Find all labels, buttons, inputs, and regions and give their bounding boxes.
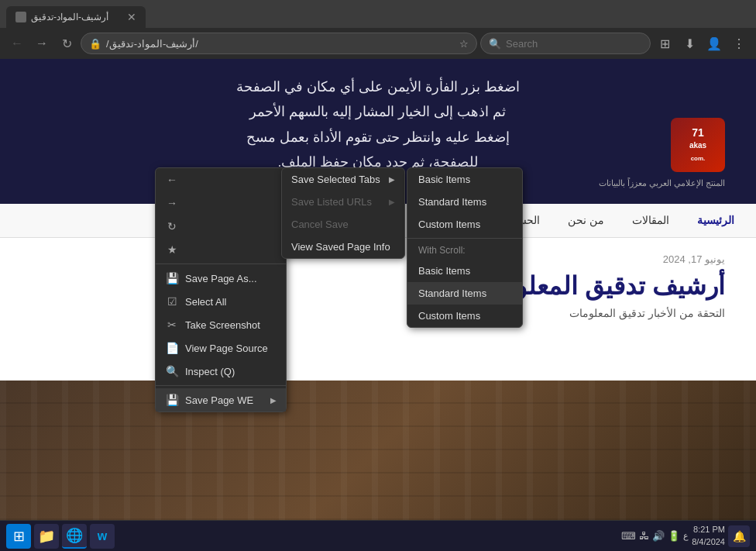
search-input[interactable] xyxy=(506,38,642,50)
tray-icons: ⌨ 🖧 🔊 🔋 ع xyxy=(621,530,689,542)
address-bar[interactable]: 🔒 /أرشيف-المواد-تدقيق/ ☆ xyxy=(81,33,477,54)
sm2-basic-items-scroll[interactable]: Basic Items xyxy=(407,260,522,282)
submenu1: Save Selected Tabs ▶ Save Listed URLs ▶ … xyxy=(281,167,405,259)
reload-icon: ↻ xyxy=(165,220,179,232)
browser-chrome: أرشيف-المواد-تدقيق ✕ ← → ↻ 🔒 /أرشيف-المو… xyxy=(0,0,756,59)
nav-about[interactable]: من نحن xyxy=(562,214,610,226)
start-icon: ⊞ xyxy=(13,528,25,545)
header-line1: اضغط بزر الفأرة الأيمن على أي مكان في ال… xyxy=(31,74,725,99)
sm2-standard-items-scroll[interactable]: Standard Items xyxy=(407,282,522,305)
article-area: يونيو 17, 2024 أرشيف تدقيق المعلومات الت… xyxy=(0,238,756,393)
inspect-icon: 🔍 xyxy=(165,365,179,377)
active-tab[interactable]: أرشيف-المواد-تدقيق ✕ xyxy=(6,6,146,28)
custom-items-label: Custom Items xyxy=(418,219,480,230)
notification-button[interactable]: 🔔 xyxy=(728,525,750,547)
bookmark-icon: ★ xyxy=(165,243,179,256)
cm-separator-1 xyxy=(156,263,286,264)
forward-button[interactable]: → xyxy=(31,33,53,54)
clock-time: 8:21 PM xyxy=(692,524,725,536)
save-listed-urls-label: Save Listed URLs xyxy=(291,196,372,208)
tab-favicon xyxy=(15,12,26,22)
cm-take-screenshot[interactable]: ✂ Take Screenshot xyxy=(156,313,286,336)
sm1-view-saved-page-info[interactable]: View Saved Page Info xyxy=(282,236,404,258)
clock-date: 8/4/2024 xyxy=(692,536,725,548)
sm2-basic-items[interactable]: Basic Items xyxy=(407,168,522,191)
view-saved-page-info-label: View Saved Page Info xyxy=(291,241,390,253)
cm-separator-2 xyxy=(156,385,286,386)
forward-icon: → xyxy=(165,197,179,209)
cm-nav-forward[interactable]: → xyxy=(156,191,286,215)
article-subtitle: التحقة من الأخبار تدقيق المعلومات xyxy=(31,307,725,319)
tray-arabic-icon: ع xyxy=(683,531,689,541)
browser-icon: 🌐 xyxy=(66,527,83,544)
address-text: /أرشيف-المواد-تدقيق/ xyxy=(106,38,455,50)
logo-badge: 71akas.com xyxy=(671,118,725,172)
nav-home[interactable]: الرئيسية xyxy=(691,214,741,226)
back-button[interactable]: ← xyxy=(6,33,28,54)
taskbar-clock: 8:21 PM 8/4/2024 xyxy=(692,524,725,548)
view-page-source-label: View Page Source xyxy=(185,343,268,354)
extensions-button[interactable]: ⊞ xyxy=(654,33,675,54)
nav-articles[interactable]: المقالات xyxy=(626,214,675,226)
cm-save-page-as[interactable]: 💾 Save Page As... xyxy=(156,267,286,290)
cm-nav-back[interactable]: ← xyxy=(156,168,286,191)
file-manager-icon: 📁 xyxy=(38,528,55,545)
cancel-save-label: Cancel Save xyxy=(291,219,349,230)
context-menu: ← → ↻ ★ 💾 Save Page As... ☑ Select All ✂… xyxy=(155,167,287,412)
tray-battery-icon: 🔋 xyxy=(668,530,680,542)
sm1-arrow-icon: ▶ xyxy=(389,175,395,184)
sm2-custom-items[interactable]: Custom Items xyxy=(407,213,522,236)
taskbar-app3[interactable]: w xyxy=(90,524,115,549)
custom-items-scroll-label: Custom Items xyxy=(418,310,480,322)
tab-title: أرشيف-المواد-تدقيق xyxy=(31,12,108,22)
cm-view-page-source[interactable]: 📄 View Page Source xyxy=(156,336,286,360)
tray-keyboard-icon: ⌨ xyxy=(621,530,636,542)
refresh-button[interactable]: ↻ xyxy=(56,33,77,54)
cm-bookmark[interactable]: ★ xyxy=(156,238,286,261)
basic-items-scroll-label: Basic Items xyxy=(418,265,470,277)
sm1-save-selected-tabs[interactable]: Save Selected Tabs ▶ xyxy=(282,168,404,191)
basic-items-label: Basic Items xyxy=(418,174,470,185)
sm2-standard-items[interactable]: Standard Items xyxy=(407,191,522,213)
start-button[interactable]: ⊞ xyxy=(6,524,31,549)
sm1-arrow2-icon: ▶ xyxy=(389,198,395,206)
taskbar-browser[interactable]: 🌐 xyxy=(62,524,87,549)
submenu2: Basic Items Standard Items Custom Items … xyxy=(407,167,523,328)
download-button[interactable]: ⬇ xyxy=(679,33,700,54)
save-page-as-icon: 💾 xyxy=(165,272,179,284)
notification-icon: 🔔 xyxy=(733,530,746,542)
profile-button[interactable]: 👤 xyxy=(703,33,725,54)
cm-nav-reload[interactable]: ↻ xyxy=(156,215,286,238)
sm2-with-scroll-label: With Scroll: xyxy=(407,241,522,260)
sm2-separator-1 xyxy=(407,238,522,239)
cm-save-page-we[interactable]: 💾 Save Page WE ▶ xyxy=(156,388,286,412)
toolbar-icons: ⊞ ⬇ 👤 ⋮ xyxy=(654,33,750,54)
standard-items-label: Standard Items xyxy=(418,196,486,208)
sm1-cancel-save[interactable]: Cancel Save xyxy=(282,213,404,236)
select-all-icon: ☑ xyxy=(165,295,179,308)
select-all-label: Select All xyxy=(185,296,226,308)
header-line3: إضغط عليه وانتظر حتى تقوم الأداة بعمل مس… xyxy=(31,125,725,150)
toolbar: ← → ↻ 🔒 /أرشيف-المواد-تدقيق/ ☆ 🔍 ⊞ ⬇ 👤 ⋮ xyxy=(0,28,756,59)
search-bar-wrapper[interactable]: 🔍 xyxy=(480,33,651,54)
sm1-save-listed-urls[interactable]: Save Listed URLs ▶ xyxy=(282,191,404,213)
save-page-we-icon: 💾 xyxy=(165,394,179,406)
cm-select-all[interactable]: ☑ Select All xyxy=(156,290,286,313)
menu-button[interactable]: ⋮ xyxy=(728,33,750,54)
article-title: أرشيف تدقيق المعلومات xyxy=(31,271,725,301)
save-selected-tabs-label: Save Selected Tabs xyxy=(291,174,380,185)
shelf-decoration xyxy=(0,381,756,520)
article-image xyxy=(0,381,756,520)
tab-close-button[interactable]: ✕ xyxy=(127,11,136,23)
taskbar: ⊞ 📁 🌐 w ⌨ 🖧 🔊 🔋 ع 8:21 PM 8/4/2024 🔔 xyxy=(0,520,756,551)
cm-inspect[interactable]: 🔍 Inspect (Q) xyxy=(156,360,286,383)
header-line2: ثم اذهب إلى الخيار المشار إليه بالسهم ال… xyxy=(31,99,725,124)
tray-volume-icon: 🔊 xyxy=(652,530,665,542)
tray-network-icon: 🖧 xyxy=(639,530,649,542)
taskbar-file-manager[interactable]: 📁 xyxy=(34,524,59,549)
sm2-custom-items-scroll[interactable]: Custom Items xyxy=(407,305,522,327)
tab-bar: أرشيف-المواد-تدقيق ✕ xyxy=(0,0,756,28)
app3-icon: w xyxy=(98,529,107,543)
cm-arrow-icon: ▶ xyxy=(270,396,277,405)
save-page-we-label: Save Page WE xyxy=(185,394,253,406)
